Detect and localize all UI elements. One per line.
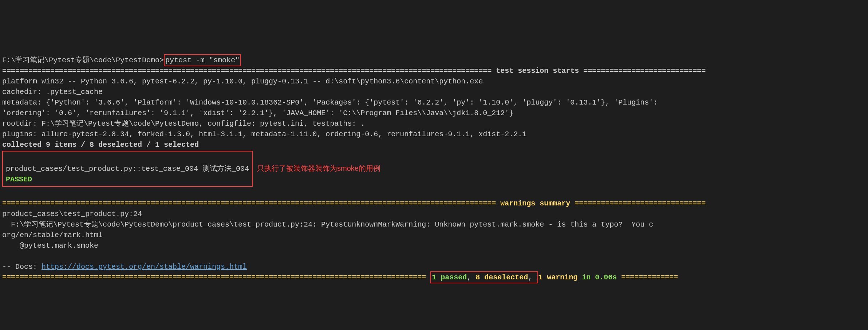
metadata-line: metadata: {'Python': '3.6.6', 'Platform'… — [2, 98, 658, 107]
warning-code: @pytest.mark.smoke — [2, 241, 98, 250]
warning-detail2: org/en/stable/mark.html — [2, 231, 103, 239]
platform-line: platform win32 -- Python 3.6.6, pytest-6… — [2, 77, 483, 86]
warnings-header: ========================================… — [2, 199, 706, 208]
summary-highlight: 1 passed, 8 deselected, — [430, 271, 538, 283]
cachedir-line: cachedir: .pytest_cache — [2, 88, 103, 96]
metadata-line2: 'ordering': '0.6', 'rerunfailures': '9.1… — [2, 109, 513, 117]
warning-file: product_cases\test_product.py:24 — [2, 210, 142, 218]
session-header: ========================================… — [2, 67, 706, 75]
testcase-line: product_cases/test_product.py::test_case… — [6, 165, 249, 173]
docs-link[interactable]: https://docs.pytest.org/en/stable/warnin… — [42, 263, 247, 271]
testcase-highlight: product_cases/test_product.py::test_case… — [2, 151, 253, 187]
summary-line: ========================================… — [2, 273, 678, 282]
command-highlight: pytest -m "smoke" — [164, 54, 241, 66]
collected-line: collected 9 items / 8 deselected / 1 sel… — [2, 141, 199, 149]
plugins-line: plugins: allure-pytest-2.8.34, forked-1.… — [2, 130, 526, 138]
docs-prefix: -- Docs: — [2, 263, 42, 271]
warning-detail: F:\学习笔记\Pytest专题\code\PytestDemo\product… — [2, 220, 653, 229]
testcase-status: PASSED — [6, 175, 32, 184]
terminal-output: F:\学习笔记\Pytest专题\code\PytestDemo>pytest … — [2, 44, 866, 283]
rootdir-line: rootdir: F:\学习笔记\Pytest专题\code\PytestDem… — [2, 119, 365, 128]
test-result-block: product_cases/test_product.py::test_case… — [2, 150, 866, 188]
annotation-text: 只执行了被装饰器装饰为smoke的用例 — [257, 163, 380, 174]
prompt-path: F:\学习笔记\Pytest专题\code\PytestDemo> — [2, 56, 164, 64]
